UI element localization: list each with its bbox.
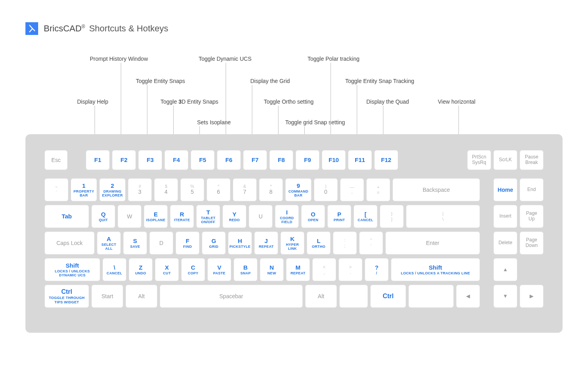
key-pause: PauseBreak <box>520 150 544 170</box>
key-j: JREPEAT <box>254 231 278 255</box>
key-capslock: Caps Lock <box>44 231 95 255</box>
key-f8: F8 <box>269 150 293 170</box>
key-2: 2DRAWING EXPLORER <box>99 178 126 201</box>
row-function: Esc F1 F2 F3 F4 F5 F6 F7 F8 F9 F10 F11 F… <box>44 150 544 170</box>
callout-f9: Toggle grid Snap setting <box>285 119 345 125</box>
key-r: RITERATE <box>170 205 194 228</box>
row-qwerty: Tab QQUIT W EISOPLANE RITERATE TTABLET O… <box>44 205 544 228</box>
key-f3: F3 <box>138 150 162 170</box>
callout-f6: Toggle Dynamic UCS <box>199 56 251 62</box>
key-blank <box>408 285 454 308</box>
key-backspace: Backspace <box>393 178 480 201</box>
key-f7: F7 <box>243 150 267 170</box>
key-x: XCUT <box>155 258 179 281</box>
key-lbracket: [CANCEL <box>354 205 377 228</box>
key-1: 1PROPERTY BAR <box>71 178 97 201</box>
keyboard-diagram: Esc F1 F2 F3 F4 F5 F6 F7 F8 F9 F10 F11 F… <box>25 134 563 333</box>
key-4: $4 <box>154 178 178 201</box>
key-end: End <box>520 178 544 201</box>
key-arrow-right: ▶ <box>520 285 544 308</box>
key-i: ICOORD FIELD <box>275 205 299 228</box>
key-minus: —- <box>340 178 364 201</box>
callout-f10: Toggle Polar tracking <box>308 56 360 62</box>
key-b: BSNAP <box>234 258 257 281</box>
key-o: OOPEN <box>301 205 325 228</box>
key-f4: F4 <box>164 150 188 170</box>
row-asdf: Caps Lock ASELECT ALL SSAVE D FFIND GGRI… <box>44 231 544 255</box>
key-prtscn: PrtScnSysRq <box>467 150 491 170</box>
key-d: D <box>149 231 173 255</box>
key-slash: ?/ <box>365 258 389 281</box>
key-tilde: ~` <box>44 178 68 201</box>
key-f11: F11 <box>348 150 372 170</box>
key-u: U <box>249 205 273 228</box>
key-v: VPASTE <box>207 258 231 281</box>
callout-home: View horizontal <box>438 98 476 105</box>
key-start: Start <box>91 285 123 308</box>
key-k: KHYPER LINK <box>280 231 304 255</box>
key-ralt: Alt <box>305 285 337 308</box>
key-s: SSAVE <box>123 231 147 255</box>
key-lshift: ShiftLOCKS / UNLOCKS DYNAMIC UCS <box>44 258 100 281</box>
key-n: NNEW <box>260 258 284 281</box>
key-equals: += <box>366 178 390 201</box>
key-pageup: PageUp <box>520 205 544 228</box>
brand-logo-icon <box>25 22 38 35</box>
key-rshift: ShiftLOCKS / UNLOCKS A TRACKING LINE <box>391 258 480 281</box>
callout-f7: Display the Grid <box>250 78 290 84</box>
key-period: >. <box>338 258 362 281</box>
callout-f1: Display Help <box>77 98 108 105</box>
key-f9: F9 <box>296 150 319 170</box>
key-lctrl: CtrlTOGGLE THROUGH TIPS WIDGET <box>44 285 89 308</box>
key-pagedown: PageDown <box>520 231 544 255</box>
key-c: CCOPY <box>181 258 205 281</box>
key-5: %5 <box>180 178 204 201</box>
key-8: *8 <box>259 178 283 201</box>
callout-f3: Toggle Entity Snaps <box>136 78 185 84</box>
row-ctrl: CtrlTOGGLE THROUGH TIPS WIDGET Start Alt… <box>44 285 544 308</box>
key-f12: F12 <box>374 150 398 170</box>
key-w: W <box>118 205 141 228</box>
row-numbers: ~` 1PROPERTY BAR 2DRAWING EXPLORER #3 $4… <box>44 178 544 201</box>
key-p: PPRINT <box>327 205 351 228</box>
key-7: &7 <box>233 178 257 201</box>
key-backslash: |\ <box>406 205 480 228</box>
key-enter: Enter <box>385 231 480 255</box>
key-arrow-down: ▼ <box>493 285 517 308</box>
key-arrow-left: ◀ <box>456 285 480 308</box>
callout-f12: Display the Quad <box>366 98 409 105</box>
key-e: EISOPLANE <box>144 205 168 228</box>
key-g: GGRID <box>202 231 226 255</box>
brand-name: BricsCAD® <box>44 23 85 34</box>
row-zxcv: ShiftLOCKS / UNLOCKS DYNAMIC UCS \CANCEL… <box>44 258 544 281</box>
key-comma: <, <box>312 258 336 281</box>
key-arrow-up: ▲ <box>493 258 517 281</box>
key-esc: Esc <box>44 150 68 170</box>
key-f: FFIND <box>176 231 199 255</box>
key-3: #3 <box>128 178 152 201</box>
key-rbracket: }] <box>380 205 404 228</box>
page-subtitle: Shortcuts & Hotkeys <box>89 23 168 34</box>
callout-f2: Prompt History Window <box>90 56 148 62</box>
key-home: Home <box>493 178 517 201</box>
callout-f4: Toggle 3D Entity Snaps <box>161 98 219 105</box>
key-f1: F1 <box>86 150 110 170</box>
key-m: MREPEAT <box>286 258 310 281</box>
callout-f11: Toggle Entity Snap Tracking <box>345 78 414 84</box>
key-scrlk: ScrLK <box>493 150 517 170</box>
callout-f8: Toggle Ortho setting <box>264 98 313 105</box>
key-f5: F5 <box>191 150 215 170</box>
key-q: QQUIT <box>91 205 115 228</box>
key-spacebar: Spacebar <box>160 285 303 308</box>
key-tab: Tab <box>44 205 89 228</box>
key-y: YREDO <box>222 205 246 228</box>
key-0: )0 <box>314 178 338 201</box>
key-9: 9COMMAND BAR <box>285 178 311 201</box>
key-delete: Delete <box>493 231 517 255</box>
key-f2: F2 <box>112 150 136 170</box>
key-f10: F10 <box>322 150 346 170</box>
key-h: HPICKSTYLE <box>228 231 252 255</box>
key-rctrl: Ctrl <box>370 285 406 308</box>
key-l: LORTHO <box>307 231 331 255</box>
key-insert: Insert <box>493 205 517 228</box>
